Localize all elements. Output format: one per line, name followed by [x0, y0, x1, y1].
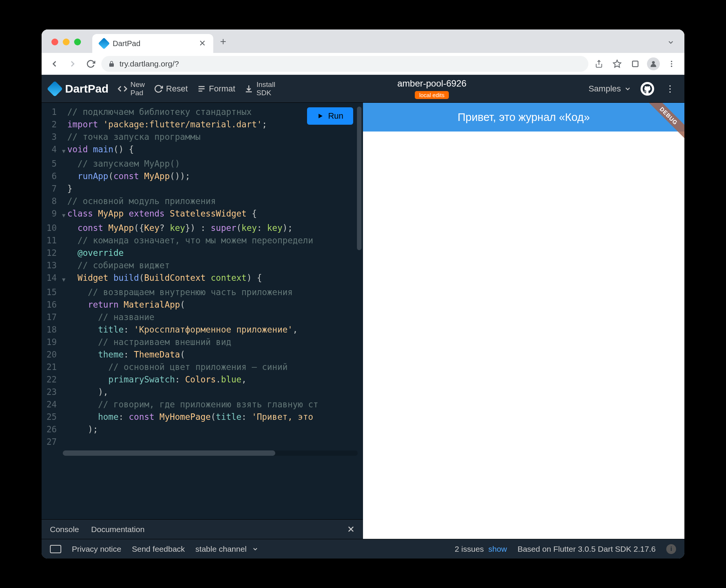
- horizontal-scrollbar[interactable]: [63, 450, 358, 456]
- run-button[interactable]: Run: [307, 107, 353, 125]
- tab-close-icon[interactable]: ✕: [199, 39, 206, 48]
- install-sdk-button[interactable]: Install SDK: [244, 80, 275, 97]
- flutter-app-bar-title: Привет, это журнал «Код»: [458, 111, 590, 124]
- code-line[interactable]: 27: [42, 436, 363, 448]
- fold-icon[interactable]: ▼: [62, 272, 67, 286]
- line-number: 22: [42, 373, 62, 386]
- code-line[interactable]: 14▼ Widget build(BuildContext context) {: [42, 272, 363, 286]
- svg-point-3: [652, 61, 655, 63]
- code-line[interactable]: 3// точка запуска программы: [42, 131, 363, 143]
- svg-point-6: [671, 65, 672, 67]
- code-text: // возвращаем внутренюю часть приложения: [67, 286, 293, 299]
- code-line[interactable]: 20 theme: ThemeData(: [42, 348, 363, 361]
- dartpad-logo[interactable]: DartPad: [49, 82, 109, 95]
- github-icon[interactable]: [641, 82, 654, 96]
- code-text: title: 'Кроссплатформенное приложение',: [67, 323, 298, 336]
- more-menu-icon[interactable]: ⋮: [663, 84, 677, 94]
- code-line[interactable]: 18 title: 'Кроссплатформенное приложение…: [42, 323, 363, 336]
- info-icon[interactable]: i: [666, 544, 676, 554]
- code-line[interactable]: 26 );: [42, 423, 363, 436]
- code-line[interactable]: 9▼class MyApp extends StatelessWidget {: [42, 207, 363, 222]
- fold-icon: [62, 336, 67, 348]
- new-pad-button[interactable]: New Pad: [118, 80, 145, 97]
- code-line[interactable]: 22 primarySwatch: Colors.blue,: [42, 373, 363, 386]
- privacy-link[interactable]: Privacy notice: [72, 545, 121, 554]
- forward-button[interactable]: [65, 56, 80, 71]
- reload-button[interactable]: [83, 56, 98, 71]
- fold-icon: [62, 118, 67, 131]
- fold-icon: [62, 411, 67, 423]
- fold-icon: [62, 247, 67, 259]
- code-text: Widget build(BuildContext context) {: [67, 272, 262, 286]
- code-text: // название: [67, 311, 154, 323]
- code-line[interactable]: 4▼void main() {: [42, 143, 363, 158]
- vertical-scrollbar[interactable]: [357, 107, 361, 250]
- console-tab[interactable]: Console: [50, 525, 79, 534]
- code-line[interactable]: 11 // команда означает, что мы можем пер…: [42, 234, 363, 247]
- maximize-window-button[interactable]: [74, 39, 81, 45]
- keyboard-shortcuts-icon[interactable]: [50, 545, 61, 553]
- back-button[interactable]: [47, 56, 62, 71]
- fold-icon: [62, 348, 67, 361]
- code-editor[interactable]: 1// подключаем библиотеку стандартных 2i…: [42, 103, 363, 519]
- dartpad-app: DartPad New Pad Reset Format Install SDK…: [42, 75, 684, 559]
- debug-banner: DEBUG: [639, 103, 684, 148]
- code-text: // настраиваем внешний вид: [67, 336, 231, 348]
- format-button[interactable]: Format: [197, 84, 236, 94]
- line-number: 26: [42, 423, 62, 436]
- fold-icon[interactable]: ▼: [62, 207, 67, 222]
- code-line[interactable]: 19 // настраиваем внешний вид: [42, 336, 363, 348]
- console-close-icon[interactable]: ✕: [347, 524, 355, 535]
- line-number: 16: [42, 299, 62, 311]
- project-name[interactable]: amber-pool-6926: [397, 78, 467, 89]
- feedback-link[interactable]: Send feedback: [132, 545, 185, 554]
- channel-selector[interactable]: stable channel: [195, 545, 259, 554]
- documentation-tab[interactable]: Documentation: [91, 525, 144, 534]
- svg-rect-2: [633, 61, 638, 67]
- code-line[interactable]: 5 // запускаем MyApp(): [42, 158, 363, 170]
- close-window-button[interactable]: [51, 39, 58, 45]
- profile-avatar[interactable]: [646, 56, 661, 71]
- line-number: 14: [42, 272, 62, 286]
- window-controls: [48, 39, 92, 53]
- reset-button[interactable]: Reset: [154, 84, 188, 94]
- line-number: 10: [42, 222, 62, 234]
- horizontal-scrollbar-thumb[interactable]: [63, 450, 275, 456]
- code-line[interactable]: 24 // говорим, где приложению взять глав…: [42, 398, 363, 411]
- code-line[interactable]: 13 // собираем виджет: [42, 259, 363, 272]
- code-line[interactable]: 21 // основной цвет приложения — синий: [42, 361, 363, 373]
- fold-icon: [62, 195, 67, 207]
- code-line[interactable]: 7}: [42, 183, 363, 195]
- code-line[interactable]: 25 home: const MyHomePage(title: 'Привет…: [42, 411, 363, 423]
- code-text: primarySwatch: Colors.blue,: [67, 373, 247, 386]
- minimize-window-button[interactable]: [63, 39, 70, 45]
- code-line[interactable]: 12 @override: [42, 247, 363, 259]
- line-number: 20: [42, 348, 62, 361]
- new-tab-button[interactable]: +: [213, 36, 233, 53]
- browser-menu-icon[interactable]: [664, 56, 679, 71]
- code-line[interactable]: 8// основной модуль приложения: [42, 195, 363, 207]
- code-line[interactable]: 10 const MyApp({Key? key}) : super(key: …: [42, 222, 363, 234]
- code-text: // точка запуска программы: [67, 131, 200, 143]
- line-number: 3: [42, 131, 62, 143]
- browser-tab[interactable]: DartPad ✕: [92, 34, 213, 53]
- code-line[interactable]: 6 runApp(const MyApp());: [42, 170, 363, 183]
- fold-icon[interactable]: ▼: [62, 143, 67, 158]
- code-text: // запускаем MyApp(): [67, 158, 180, 170]
- bookmark-star-icon[interactable]: [610, 56, 625, 71]
- code-line[interactable]: 15 // возвращаем внутренюю часть приложе…: [42, 286, 363, 299]
- extensions-icon[interactable]: [628, 56, 643, 71]
- code-line[interactable]: 17 // название: [42, 311, 363, 323]
- code-line[interactable]: 23 ),: [42, 386, 363, 398]
- lock-icon: [108, 60, 115, 67]
- code-text: // подключаем библиотеку стандартных: [67, 106, 257, 118]
- line-number: 23: [42, 386, 62, 398]
- issues-show-link[interactable]: show: [489, 545, 507, 554]
- svg-marker-1: [613, 60, 621, 67]
- tabs-dropdown-icon[interactable]: [667, 39, 678, 53]
- share-icon[interactable]: [591, 56, 607, 71]
- samples-dropdown[interactable]: Samples: [588, 84, 631, 94]
- url-field[interactable]: try.dartlang.org/?: [101, 56, 588, 72]
- svg-point-5: [671, 63, 672, 65]
- code-line[interactable]: 16 return MaterialApp(: [42, 299, 363, 311]
